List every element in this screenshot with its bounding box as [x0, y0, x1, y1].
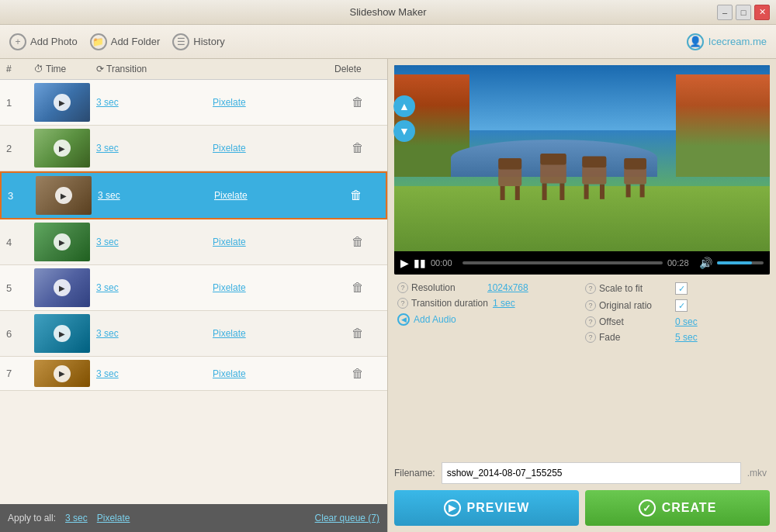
- offset-row: ? Offset 0 sec: [585, 316, 767, 327]
- close-button[interactable]: ✕: [754, 5, 770, 20]
- fade-help-icon[interactable]: ?: [585, 332, 596, 343]
- slide-transition-5[interactable]: Pixelate: [213, 282, 334, 293]
- window-title: Slideshow Maker: [350, 6, 427, 18]
- delete-button-3[interactable]: 🗑: [333, 188, 379, 202]
- scale-to-fit-help-icon[interactable]: ?: [585, 283, 596, 294]
- history-label: History: [193, 36, 224, 47]
- scale-to-fit-row: ? Scale to fit ✓: [585, 282, 767, 295]
- fade-label: Fade: [599, 332, 620, 343]
- svg-rect-5: [540, 154, 566, 164]
- slide-time-3[interactable]: 3 sec: [98, 190, 214, 201]
- delete-button-7[interactable]: 🗑: [334, 367, 381, 381]
- volume-bar[interactable]: [717, 261, 764, 264]
- resolution-label-wrapper: ? Resolution: [397, 282, 483, 293]
- fade-label-wrapper: ? Fade: [585, 332, 670, 343]
- slide-thumb-6[interactable]: ▶: [34, 314, 90, 353]
- col-delete: Delete: [334, 64, 381, 74]
- svg-rect-14: [625, 185, 630, 198]
- slide-thumb-4[interactable]: ▶: [34, 223, 90, 261]
- resolution-value[interactable]: 1024x768: [487, 282, 528, 293]
- play-icon-3: ▶: [55, 187, 72, 204]
- add-photo-button[interactable]: + Add Photo: [9, 33, 78, 50]
- slide-time-5[interactable]: 3 sec: [96, 282, 213, 293]
- apply-transition[interactable]: Pixelate: [97, 513, 130, 523]
- resolution-label: Resolution: [411, 282, 456, 293]
- move-up-button[interactable]: ▲: [393, 95, 415, 117]
- time-total: 00:28: [667, 258, 695, 268]
- delete-button-2[interactable]: 🗑: [334, 141, 381, 155]
- clear-queue-button[interactable]: Clear queue (7): [315, 513, 379, 523]
- preview-button[interactable]: ▶ PREVIEW: [394, 490, 579, 526]
- add-audio-button[interactable]: ◀ Add Audio: [397, 313, 579, 326]
- slide-transition-7[interactable]: Pixelate: [213, 368, 334, 379]
- original-ratio-help-icon[interactable]: ?: [585, 300, 596, 311]
- resolution-help-icon[interactable]: ?: [397, 282, 408, 293]
- transition-duration-value[interactable]: 1 sec: [493, 298, 515, 309]
- brand-button[interactable]: 👤 Icecream.me: [687, 33, 767, 50]
- slide-thumb-7[interactable]: ▶: [34, 360, 90, 387]
- slide-transition-1[interactable]: Pixelate: [213, 97, 334, 108]
- svg-rect-12: [624, 168, 646, 185]
- apply-time[interactable]: 3 sec: [65, 513, 88, 523]
- original-ratio-label-wrapper: ? Original ratio: [585, 300, 670, 311]
- transition-duration-help-icon[interactable]: ?: [397, 298, 408, 309]
- slide-time-4[interactable]: 3 sec: [96, 237, 213, 247]
- slide-transition-6[interactable]: Pixelate: [213, 328, 334, 339]
- slide-thumb-1[interactable]: ▶: [34, 83, 90, 122]
- play-button[interactable]: ▶: [400, 257, 409, 269]
- slide-num-2: 2: [6, 143, 34, 154]
- add-photo-label: Add Photo: [30, 36, 78, 47]
- scale-to-fit-label-wrapper: ? Scale to fit: [585, 283, 670, 294]
- create-button[interactable]: ✓ CREATE: [585, 490, 770, 526]
- slide-row: 1 ▶ 3 sec Pixelate 🗑: [0, 80, 387, 126]
- play-icon-6: ▶: [54, 325, 71, 342]
- slide-time-2[interactable]: 3 sec: [96, 143, 213, 154]
- create-label: CREATE: [662, 501, 717, 515]
- fade-row: ? Fade 5 sec: [585, 332, 767, 343]
- settings-right: ? Scale to fit ✓ ? Original ratio ✓ ? Of: [585, 282, 767, 343]
- play-icon-5: ▶: [54, 279, 71, 296]
- history-button[interactable]: ☰ History: [172, 33, 224, 50]
- preview-label: PREVIEW: [467, 501, 530, 515]
- transition-duration-row: ? Transition duration 1 sec: [397, 298, 579, 309]
- video-controls: ▶ ▮▮ 00:00 00:28 🔊: [394, 251, 770, 275]
- restore-button[interactable]: □: [736, 5, 751, 20]
- slide-thumb-3[interactable]: ▶: [36, 176, 92, 215]
- slide-row: 6 ▶ 3 sec Pixelate 🗑: [0, 311, 387, 357]
- svg-rect-9: [582, 157, 606, 168]
- apply-bar: Apply to all: 3 sec Pixelate Clear queue…: [0, 504, 387, 532]
- offset-help-icon[interactable]: ?: [585, 316, 596, 327]
- slide-thumb-2[interactable]: ▶: [34, 129, 90, 168]
- delete-button-1[interactable]: 🗑: [334, 95, 381, 109]
- slide-time-6[interactable]: 3 sec: [96, 328, 213, 339]
- slide-time-1[interactable]: 3 sec: [96, 97, 213, 108]
- minimize-button[interactable]: –: [717, 5, 733, 20]
- original-ratio-checkbox[interactable]: ✓: [675, 299, 688, 312]
- volume-icon[interactable]: 🔊: [699, 257, 712, 269]
- slide-transition-4[interactable]: Pixelate: [213, 237, 334, 247]
- svg-rect-6: [542, 183, 546, 200]
- stop-button[interactable]: ▮▮: [414, 257, 426, 269]
- slide-time-7[interactable]: 3 sec: [96, 368, 213, 379]
- play-icon-4: ▶: [54, 233, 71, 250]
- filename-input[interactable]: [442, 462, 741, 484]
- delete-button-5[interactable]: 🗑: [334, 281, 381, 295]
- slide-num-7: 7: [6, 368, 34, 379]
- fade-value[interactable]: 5 sec: [675, 332, 698, 343]
- slide-transition-2[interactable]: Pixelate: [213, 143, 334, 154]
- slide-thumb-5[interactable]: ▶: [34, 268, 90, 307]
- settings-left: ? Resolution 1024x768 ? Transition durat…: [397, 282, 579, 343]
- scale-to-fit-checkbox[interactable]: ✓: [675, 282, 688, 295]
- bottom-area: Filename: .mkv ▶ PREVIEW ✓ CREATE: [388, 462, 776, 532]
- delete-button-4[interactable]: 🗑: [334, 235, 381, 249]
- move-down-button[interactable]: ▼: [393, 120, 415, 142]
- add-photo-icon: +: [9, 33, 26, 50]
- delete-button-6[interactable]: 🗑: [334, 326, 381, 340]
- slide-transition-3[interactable]: Pixelate: [214, 190, 333, 201]
- svg-rect-11: [600, 185, 605, 199]
- col-transition: ⟳ Transition: [96, 64, 213, 74]
- progress-bar[interactable]: [462, 261, 663, 264]
- title-bar: Slideshow Maker – □ ✕: [0, 0, 776, 25]
- offset-value[interactable]: 0 sec: [675, 316, 698, 327]
- add-folder-button[interactable]: 📁 Add Folder: [90, 33, 161, 50]
